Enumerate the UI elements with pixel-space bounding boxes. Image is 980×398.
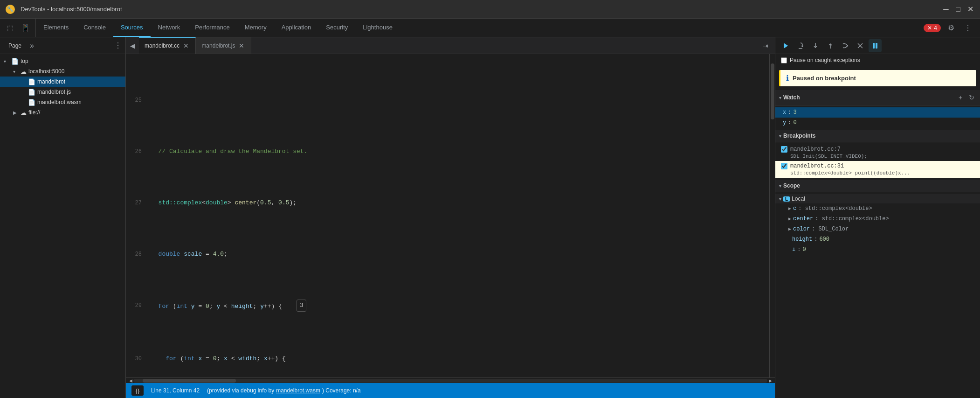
tree-label-mandelbrot: mandelbrot <box>37 78 65 85</box>
bp-2-file: mandelbrot.cc:31 <box>790 163 844 169</box>
breakpoints-section: ▾ Breakpoints mandelbrot.cc:7 SDL_Init(S… <box>775 130 980 180</box>
debugger-panel: Pause on caught exceptions ℹ Paused on b… <box>775 37 980 398</box>
wasm-link[interactable]: mandelbrot.wasm <box>276 387 320 394</box>
pause-notice-text: Paused on breakpoint <box>793 75 856 82</box>
tab-close-cc[interactable]: ✕ <box>182 42 190 49</box>
app-icon: 🔧 <box>6 5 15 14</box>
tree-item-mandelbrot[interactable]: 📄 mandelbrot <box>0 77 125 87</box>
local-label: Local <box>792 196 805 202</box>
error-badge[interactable]: ✕ 4 <box>924 24 941 32</box>
tab-security[interactable]: Security <box>318 19 355 37</box>
page-tab[interactable]: Page <box>4 41 26 51</box>
bp-2-checkbox[interactable] <box>781 163 787 169</box>
h-scroll-thumb[interactable] <box>143 379 236 383</box>
pause-exceptions-button[interactable] <box>869 39 882 52</box>
tab-console[interactable]: Console <box>76 19 113 37</box>
close-button[interactable]: ✕ <box>966 5 974 14</box>
more-tabs-button[interactable]: » <box>28 42 36 50</box>
tab-close-js[interactable]: ✕ <box>238 42 245 49</box>
scroll-left-button[interactable]: ◀ <box>128 379 133 383</box>
scope-color[interactable]: ▶ color : SDL_Color <box>775 224 980 234</box>
watch-y: y : 0 <box>775 118 980 128</box>
editor-tab-mandelbrot-js[interactable]: mandelbrot.js ✕ <box>196 37 251 54</box>
bp-1-checkbox[interactable] <box>781 146 787 153</box>
tree-item-localhost[interactable]: ▾ ☁ localhost:5000 <box>0 66 125 77</box>
step-into-button[interactable] <box>809 39 822 52</box>
tab-network[interactable]: Network <box>151 19 188 37</box>
line-29: 29 for (int y = 0; y < height; y++) { 3 <box>126 300 769 313</box>
tree-item-mandelbrot-js[interactable]: 📄 mandelbrot.js <box>0 87 125 97</box>
pause-on-caught-checkbox[interactable] <box>781 57 787 63</box>
scope-local-header[interactable]: ▾ L Local <box>775 194 980 203</box>
tab-right-actions: ✕ 4 ⚙ ⋮ <box>924 21 980 35</box>
editor-tab-mandelbrot-cc[interactable]: mandelbrot.cc ✕ <box>139 37 196 54</box>
tree-label-top: top <box>21 58 28 64</box>
resume-button[interactable] <box>779 39 792 52</box>
sidebar-menu-button[interactable]: ⋮ <box>114 41 122 50</box>
tree-label-file: file:// <box>28 109 40 116</box>
breakpoints-title: Breakpoints <box>783 133 815 139</box>
bp-1-code: SDL_Init(SDL_INIT_VIDEO); <box>781 154 974 159</box>
code-lines: 25 26 // Calculate and draw the Mandelbr… <box>126 54 769 377</box>
tab-performance[interactable]: Performance <box>187 19 237 37</box>
format-button[interactable]: ⇥ <box>760 40 771 51</box>
watch-arrow: ▾ <box>779 95 781 100</box>
tree-item-mandelbrot-wasm[interactable]: 📄 mandelbrot.wasm <box>0 97 125 107</box>
sidebar-header: Page » ⋮ <box>0 37 125 54</box>
scroll-right-button[interactable]: ▶ <box>767 379 773 383</box>
tab-lighthouse[interactable]: Lighthouse <box>355 19 400 37</box>
tab-application[interactable]: Application <box>274 19 319 37</box>
pretty-print-button[interactable]: {} <box>131 385 144 396</box>
step-over-button[interactable] <box>794 39 807 52</box>
bp-2-code: std::complex<double> point((double)x... <box>781 170 974 176</box>
scope-i: i : 0 <box>775 244 980 255</box>
vertical-scrollbar[interactable] <box>769 54 775 377</box>
device-icon[interactable]: 📱 <box>19 21 32 35</box>
add-watch-button[interactable]: + <box>956 93 965 102</box>
step-button[interactable] <box>839 39 852 52</box>
deactivate-breakpoints-button[interactable] <box>854 39 867 52</box>
scope-section: ▾ Scope ▾ L Local ▶ c : std::complex<dou… <box>775 180 980 257</box>
debug-info: (provided via debug info by mandelbrot.w… <box>207 387 361 394</box>
watch-header[interactable]: ▾ Watch + ↻ <box>775 90 980 105</box>
main-content: Page » ⋮ ▾ 📄 top ▾ ☁ localhost:5000 � <box>0 37 980 398</box>
breakpoint-notice: ℹ Paused on breakpoint <box>779 70 976 86</box>
code-editor[interactable]: 25 26 // Calculate and draw the Mandelbr… <box>126 54 775 377</box>
refresh-watch-button[interactable]: ↻ <box>967 93 976 102</box>
more-options-button[interactable]: ⋮ <box>961 21 974 35</box>
editor-tab-label-cc: mandelbrot.cc <box>145 42 179 49</box>
info-icon: ℹ <box>786 74 789 83</box>
scroll-thumb[interactable] <box>771 63 774 119</box>
status-bar: {} Line 31, Column 42 (provided via debu… <box>126 383 775 398</box>
svg-rect-7 <box>876 43 877 49</box>
watch-x: x : 3 <box>775 107 980 118</box>
horizontal-scrollbar[interactable]: ◀ ▶ <box>126 377 775 383</box>
breakpoints-header[interactable]: ▾ Breakpoints <box>775 130 980 142</box>
nav-back-button[interactable]: ◀ <box>126 39 139 52</box>
line-30: 30 for (int x = 0; x < width; x++) { <box>126 354 769 364</box>
tree-label-localhost: localhost:5000 <box>28 68 64 75</box>
scope-c[interactable]: ▶ c : std::complex<double> <box>775 203 980 214</box>
maximize-button[interactable]: □ <box>954 5 962 14</box>
tree-item-file[interactable]: ▶ ☁ file:// <box>0 107 125 118</box>
editor-area: ◀ mandelbrot.cc ✕ mandelbrot.js ✕ ⇥ 25 <box>126 37 775 398</box>
window-title: DevTools - localhost:5000/mandelbrot <box>21 6 122 13</box>
settings-button[interactable]: ⚙ <box>945 21 958 35</box>
scope-center[interactable]: ▶ center : std::complex<double> <box>775 214 980 224</box>
scope-header[interactable]: ▾ Scope <box>775 180 980 192</box>
h-scroll-track[interactable] <box>133 379 767 383</box>
top-tab-bar: ⬚ 📱 Elements Console Sources Network Per… <box>0 19 980 37</box>
minimize-button[interactable]: ─ <box>942 5 950 14</box>
tree-item-top[interactable]: ▾ 📄 top <box>0 56 125 66</box>
watch-content: x : 3 y : 0 <box>775 105 980 130</box>
tab-elements[interactable]: Elements <box>36 19 76 37</box>
pause-on-caught-label[interactable]: Pause on caught exceptions <box>775 54 980 66</box>
tab-memory[interactable]: Memory <box>237 19 274 37</box>
scope-content: ▾ L Local ▶ c : std::complex<double> ▶ c… <box>775 192 980 257</box>
file-tree-panel: Page » ⋮ ▾ 📄 top ▾ ☁ localhost:5000 � <box>0 37 126 398</box>
breakpoint-2-active: mandelbrot.cc:31 std::complex<double> po… <box>775 161 980 178</box>
breakpoint-1: mandelbrot.cc:7 SDL_Init(SDL_INIT_VIDEO)… <box>775 144 980 161</box>
inspect-icon[interactable]: ⬚ <box>4 21 17 35</box>
step-out-button[interactable] <box>824 39 837 52</box>
tab-sources[interactable]: Sources <box>113 19 151 37</box>
